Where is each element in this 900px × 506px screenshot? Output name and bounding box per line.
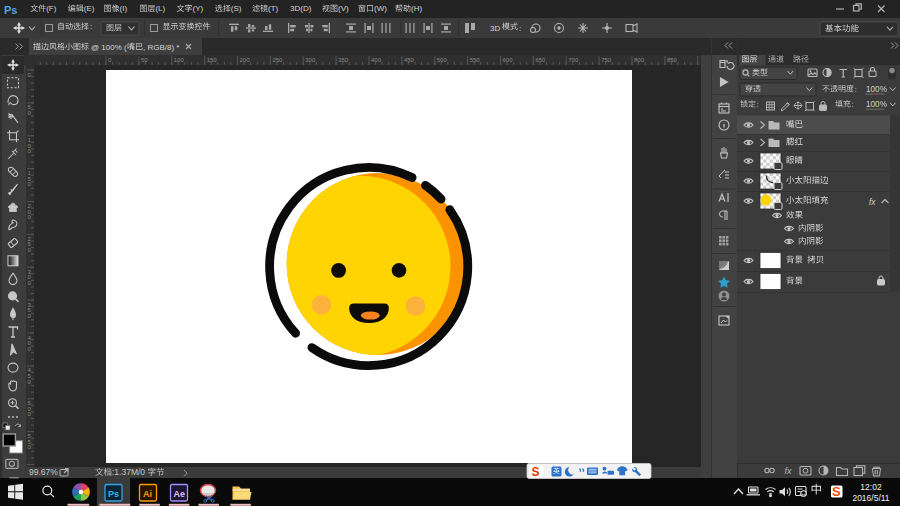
svg-text:(E): (E) [84, 4, 95, 13]
svg-text:(H): (H) [411, 4, 422, 13]
svg-text:350: 350 [338, 57, 349, 63]
svg-text:250: 250 [272, 57, 283, 63]
svg-text::: : [519, 24, 521, 33]
svg-text:Ae: Ae [174, 489, 186, 499]
svg-text:S: S [532, 465, 540, 479]
svg-text:(F): (F) [46, 4, 57, 13]
svg-text:12:02: 12:02 [860, 482, 882, 492]
svg-text:450: 450 [404, 57, 415, 63]
svg-text:fx: fx [869, 197, 876, 207]
svg-text:650: 650 [535, 57, 546, 63]
svg-text:800: 800 [634, 57, 645, 63]
svg-text:3D: 3D [490, 24, 500, 33]
svg-text:Ps: Ps [108, 489, 119, 499]
svg-text:750: 750 [601, 57, 612, 63]
svg-text:550: 550 [470, 57, 481, 63]
svg-text:100: 100 [174, 57, 185, 63]
svg-text:2016/5/11: 2016/5/11 [852, 493, 889, 503]
svg-text:(I): (I) [120, 4, 128, 13]
svg-text:99.67%: 99.67% [29, 467, 58, 477]
svg-text:, RGB/8) *: , RGB/8) * [143, 43, 179, 52]
svg-text:(L): (L) [155, 4, 165, 13]
svg-text::: : [757, 100, 759, 109]
svg-text:700: 700 [568, 57, 579, 63]
svg-text:850: 850 [667, 57, 678, 63]
svg-text:300: 300 [305, 57, 316, 63]
svg-text:S: S [832, 484, 841, 499]
svg-text::: : [852, 100, 854, 109]
svg-text::: : [855, 85, 857, 94]
svg-text:Ps: Ps [4, 4, 17, 16]
svg-text::: : [90, 22, 92, 31]
svg-text:500: 500 [437, 57, 448, 63]
svg-text:50: 50 [141, 57, 148, 63]
svg-text:@ 100% (: @ 100% ( [91, 43, 127, 52]
svg-text:100%: 100% [866, 85, 887, 94]
svg-text:150: 150 [207, 57, 218, 63]
svg-text:200: 200 [240, 57, 251, 63]
svg-text:400: 400 [371, 57, 382, 63]
svg-text:(W): (W) [374, 4, 387, 13]
svg-text:(T): (T) [268, 4, 279, 13]
svg-text:100%: 100% [866, 100, 887, 109]
svg-text:(Y): (Y) [193, 4, 204, 13]
svg-text:fx: fx [785, 466, 793, 476]
svg-text:Ai: Ai [143, 489, 152, 499]
svg-text:3D(D): 3D(D) [290, 4, 312, 13]
svg-text:600: 600 [503, 57, 514, 63]
svg-text:(S): (S) [231, 4, 242, 13]
svg-text:(V): (V) [338, 4, 349, 13]
svg-text::1.37M/0: :1.37M/0 [112, 467, 145, 477]
